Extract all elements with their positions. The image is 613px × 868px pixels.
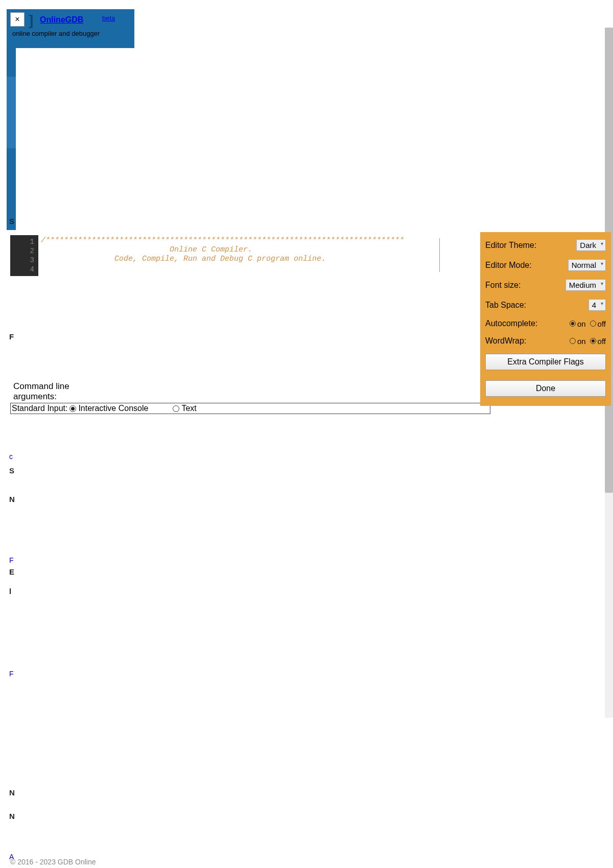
editor-gutter: 1 2 3 4 [10, 235, 38, 276]
cmdline-label: Command line arguments: [13, 381, 69, 402]
stdin-text-radio[interactable] [173, 405, 179, 412]
footer-copyright: © 2016 - 2023 GDB Online [10, 858, 96, 866]
autocomplete-off-radio[interactable] [590, 321, 596, 327]
link-fragment[interactable]: F [9, 670, 14, 678]
autocomplete-label: Autocomplete: [485, 319, 537, 328]
settings-panel: Editor Theme: Dark Editor Mode: Normal F… [480, 232, 611, 406]
extra-flags-button[interactable]: Extra Compiler Flags [485, 354, 606, 370]
link-fragment[interactable]: F [9, 556, 14, 564]
done-button[interactable]: Done [485, 380, 606, 397]
text-fragment: E [9, 567, 14, 576]
code-line: Code, Compile, Run and Debug C program o… [41, 255, 326, 263]
stdin-interactive-radio[interactable] [69, 405, 76, 412]
on-label: on [577, 337, 586, 346]
font-label: Font size: [485, 281, 521, 290]
stdin-label: Standard Input: [12, 404, 67, 413]
off-label: off [598, 319, 606, 328]
theme-label: Editor Theme: [485, 241, 536, 250]
text-fragment: l [9, 587, 11, 596]
line-number: 4 [12, 265, 34, 274]
autocomplete-on-radio[interactable] [570, 321, 576, 327]
tagline-text: online compiler and debugger [12, 30, 100, 37]
text-fragment: S [9, 466, 14, 475]
faint-f: F [9, 332, 14, 341]
line-number: 3 [12, 256, 34, 265]
logo-bracket-icon: ] [29, 12, 33, 29]
mode-label: Editor Mode: [485, 261, 532, 270]
stdin-interactive-label: Interactive Console [78, 404, 148, 413]
tab-select[interactable]: 4 [588, 299, 606, 311]
on-label: on [577, 319, 586, 328]
text-fragment: N [9, 495, 15, 504]
close-button[interactable]: × [10, 12, 25, 27]
stdin-row: Standard Input: Interactive Console Text [10, 403, 490, 414]
wordwrap-label: WordWrap: [485, 336, 526, 346]
faint-s: S [9, 217, 14, 225]
line-number: 1 [12, 237, 34, 246]
wordwrap-off-radio[interactable] [590, 338, 596, 344]
brand-link[interactable]: OnlineGDB [40, 15, 83, 25]
line-number: 2 [12, 246, 34, 256]
off-label: off [598, 337, 606, 346]
text-fragment: N [9, 812, 15, 820]
wordwrap-on-radio[interactable] [570, 338, 576, 344]
link-fragment[interactable]: c [9, 452, 13, 461]
stdin-text-label: Text [181, 404, 196, 413]
editor-ruler [439, 238, 440, 272]
text-fragment: N [9, 788, 15, 797]
sidebar-stripe [7, 26, 16, 230]
code-editor[interactable]: /***************************************… [41, 236, 404, 264]
tab-label: Tab Space: [485, 301, 526, 310]
code-line: Online C Compiler. [41, 245, 252, 254]
code-line: /***************************************… [41, 236, 404, 245]
font-select[interactable]: Medium [565, 279, 606, 291]
theme-select[interactable]: Dark [576, 239, 606, 251]
mode-select[interactable]: Normal [568, 259, 606, 271]
beta-link[interactable]: beta [102, 14, 115, 22]
